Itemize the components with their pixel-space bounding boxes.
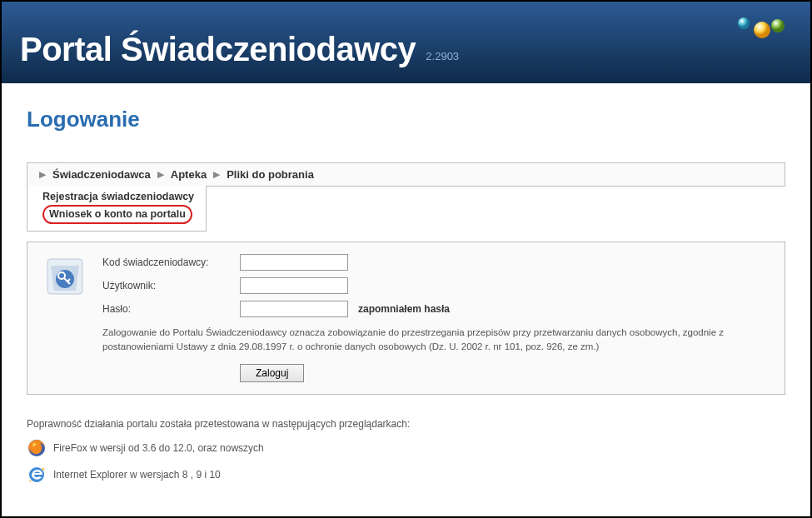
- tab-line2-highlighted[interactable]: Wniosek o konto na portalu: [42, 205, 192, 224]
- svg-point-2: [771, 19, 785, 32]
- legal-text: Zalogowanie do Portalu Świadczeniodawcy …: [102, 326, 770, 355]
- firefox-icon: [27, 438, 47, 458]
- breadcrumb-nav: ▶ Świadczeniodawca ▶ Apteka ▶ Pliki do p…: [27, 162, 785, 187]
- app-version: 2.2903: [426, 50, 459, 62]
- browser-row-ie: Internet Explorer w wersjach 8 , 9 i 10: [27, 465, 785, 485]
- pass-input[interactable]: [240, 301, 348, 317]
- compat-intro: Poprawność działania portalu została prz…: [27, 418, 785, 430]
- decorative-orbs: [732, 12, 790, 42]
- nav-item-pliki[interactable]: Pliki do pobrania: [227, 168, 314, 181]
- chevron-right-icon: ▶: [39, 169, 46, 180]
- ie-icon: [27, 465, 47, 485]
- browser-firefox-label: FireFox w wersji od 3.6 do 12.0, oraz no…: [53, 442, 264, 454]
- app-title: Portal Świadczeniodawcy: [20, 31, 416, 68]
- user-input[interactable]: [240, 277, 348, 294]
- page-heading: Logowanie: [27, 107, 785, 132]
- code-input[interactable]: [240, 254, 348, 271]
- user-label: Użytkownik:: [102, 280, 240, 291]
- tab-rejestracja[interactable]: Rejestracja świadczeniodawcy Wniosek o k…: [27, 186, 207, 232]
- login-button[interactable]: Zaloguj: [240, 364, 304, 382]
- svg-point-0: [738, 17, 750, 29]
- pass-label: Hasło:: [102, 303, 240, 315]
- browser-row-firefox: FireFox w wersji od 3.6 do 12.0, oraz no…: [27, 438, 785, 458]
- app-header: Portal Świadczeniodawcy 2.2903: [2, 2, 810, 83]
- svg-point-1: [754, 22, 770, 38]
- login-form: Kod świadczeniodawcy: Użytkownik: Hasło:…: [102, 254, 770, 383]
- nav-item-apteka[interactable]: Apteka: [171, 168, 207, 181]
- forgot-password-link[interactable]: zapomniałem hasła: [358, 303, 450, 315]
- login-icon: [42, 254, 87, 383]
- chevron-right-icon: ▶: [157, 169, 164, 180]
- login-panel: Kod świadczeniodawcy: Użytkownik: Hasło:…: [27, 242, 785, 396]
- tab-line1: Rejestracja świadczeniodawcy: [42, 189, 194, 205]
- nav-item-swiadczeniodawca[interactable]: Świadczeniodawca: [52, 168, 151, 181]
- browser-ie-label: Internet Explorer w wersjach 8 , 9 i 10: [53, 469, 221, 481]
- main-content: Logowanie ▶ Świadczeniodawca ▶ Apteka ▶ …: [2, 83, 810, 505]
- tabs-row: Rejestracja świadczeniodawcy Wniosek o k…: [27, 186, 785, 232]
- code-label: Kod świadczeniodawcy:: [102, 257, 240, 268]
- chevron-right-icon: ▶: [213, 169, 220, 180]
